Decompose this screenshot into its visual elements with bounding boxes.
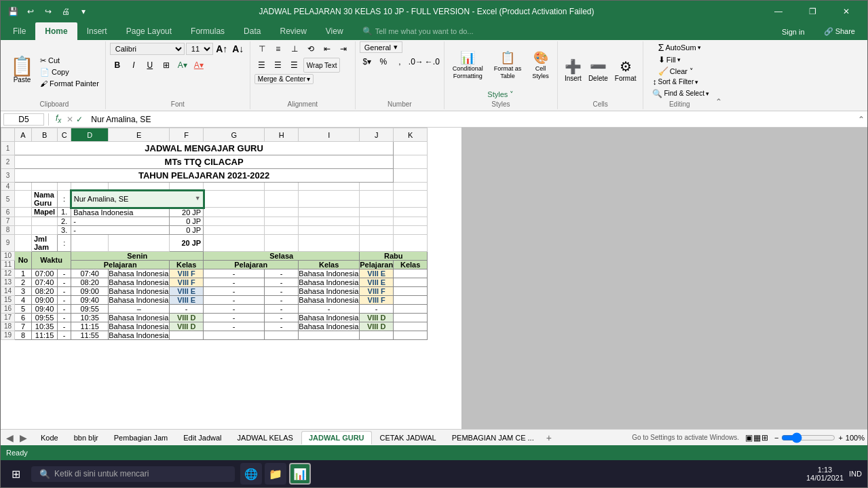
cell-b4[interactable] [32,183,58,191]
cell-b18[interactable]: 10:35 [32,322,58,331]
cell-j9[interactable] [360,234,394,251]
cell-e13[interactable]: Bahasa Indonesia [109,278,170,286]
row-num-15[interactable]: 15 [1,295,15,304]
cell-g16[interactable]: - [204,304,265,313]
autosum-button[interactable]: Σ AutoSum ▾ [656,41,703,54]
cell-h12[interactable]: - [265,269,299,278]
col-header-i[interactable]: I [299,128,360,142]
cell-i13[interactable]: Bahasa Indonesia [299,278,360,286]
text-direction-button[interactable]: ⟲ [303,41,318,56]
cell-a2[interactable]: MTs TTQ CILACAP [15,155,394,169]
cell-j18[interactable]: VIII D [360,322,394,331]
cell-d7[interactable]: - [71,217,170,225]
cell-a17[interactable]: 6 [15,313,32,322]
cell-h17[interactable]: - [265,313,299,322]
tab-review[interactable]: Review [270,22,316,40]
wrap-text-button[interactable]: Wrap Text [303,58,341,73]
cell-k19[interactable] [394,331,428,339]
paste-button[interactable]: 📋 Paste [7,56,37,85]
indent-decrease-button[interactable]: ⇤ [320,41,335,56]
align-center-button[interactable]: ☰ [271,58,286,73]
cell-h7[interactable] [265,217,299,225]
cell-f4[interactable] [170,183,204,191]
row-num-3[interactable]: 3 [1,169,15,183]
cell-d6[interactable]: Bahasa Indonesia [71,208,170,217]
clear-button[interactable]: 🧹 Clear ˅ [656,66,696,77]
cell-e16[interactable]: – [109,304,170,313]
close-button[interactable]: ✕ [831,1,862,22]
formula-cancel-icon[interactable]: ✕ [67,115,73,124]
cell-k11[interactable]: Kelas [394,260,428,269]
cell-b16[interactable]: 09:40 [32,304,58,313]
cell-k4[interactable] [394,183,428,191]
sheet-tab-pembagian[interactable]: Pembagian Jam [107,431,176,444]
cell-k18[interactable] [394,322,428,331]
sheet-tab-kode[interactable]: Kode [33,431,66,444]
cell-j7[interactable] [360,217,394,225]
cell-d15[interactable]: 09:40 [71,295,109,304]
cell-i9[interactable] [299,234,360,251]
cell-c12[interactable]: - [58,269,71,278]
cell-c14[interactable]: - [58,286,71,295]
cell-c4[interactable] [58,183,71,191]
cell-c9[interactable]: : [58,234,71,251]
cell-e4[interactable] [109,183,170,191]
cell-j12[interactable]: VIII E [360,269,394,278]
undo-icon[interactable]: ↩ [24,5,37,18]
col-header-f[interactable]: F [170,128,204,142]
sort-filter-button[interactable]: ↕ Sort & Filter ▾ [650,77,700,88]
col-header-b[interactable]: B [32,128,58,142]
cell-c6[interactable]: 1. [58,208,71,217]
expand-ribbon-button[interactable]: ⌃ [715,41,722,109]
cell-f15[interactable]: VIII E [170,295,204,304]
row-num-13[interactable]: 13 [1,278,15,286]
cell-b12[interactable]: 07:00 [32,269,58,278]
cell-g8[interactable] [204,225,265,234]
cell-a4[interactable] [15,183,32,191]
cell-b7[interactable] [32,217,58,225]
sheet-tab-pembagian-jam-ce[interactable]: PEMBAGIAN JAM CE ... [445,431,542,444]
tab-data[interactable]: Data [234,22,270,40]
cell-k1[interactable] [394,142,428,155]
styles-dropdown-label[interactable]: Styles ˅ [487,90,514,99]
view-layout-button[interactable]: ▦ [753,433,761,443]
cell-j15[interactable]: VIII F [360,295,394,304]
cell-a7[interactable] [15,217,32,225]
cell-g9[interactable] [204,234,265,251]
cell-d11[interactable]: Pelajaran [71,260,170,269]
cell-b5[interactable]: Nama Guru [32,191,58,208]
zoom-minus-button[interactable]: − [774,434,778,442]
cell-h6[interactable] [265,208,299,217]
row-num-1[interactable]: 1 [1,142,15,155]
search-bar[interactable]: 🔍 Ketik di sini untuk mencari [31,466,235,482]
cell-j14[interactable]: VIII F [360,286,394,295]
row-num-11[interactable]: 11 [1,260,15,269]
cell-k8[interactable] [394,225,428,234]
cell-h15[interactable]: - [265,295,299,304]
cell-a6[interactable] [15,208,32,217]
cell-k14[interactable] [394,286,428,295]
taskbar-excel-icon[interactable]: 📊 [289,463,311,485]
row-num-4[interactable]: 4 [1,183,15,191]
cell-k5[interactable] [394,191,428,208]
cell-f13[interactable]: VIII F [170,278,204,286]
row-num-8[interactable]: 8 [1,225,15,234]
cell-a5[interactable] [15,191,32,208]
minimize-button[interactable]: — [763,1,794,22]
cell-b8[interactable] [32,225,58,234]
cell-f17[interactable]: VIII D [170,313,204,322]
align-bottom-button[interactable]: ⊥ [287,41,302,56]
fill-color-button[interactable]: A▾ [175,58,190,73]
col-header-c[interactable]: C [58,128,71,142]
copy-button[interactable]: 📄 Copy [38,67,101,77]
cell-b19[interactable]: 11:15 [32,331,58,339]
italic-button[interactable]: I [126,58,141,73]
cell-e12[interactable]: Bahasa Indonesia [109,269,170,278]
delete-button[interactable]: ➖ Delete [586,57,611,83]
col-header-k[interactable]: K [394,128,428,142]
insert-button[interactable]: ➕ Insert [562,57,584,83]
row-num-5[interactable]: 5 [1,191,15,208]
cell-j4[interactable] [360,183,394,191]
cell-d4[interactable] [71,183,109,191]
cell-d13[interactable]: 08:20 [71,278,109,286]
